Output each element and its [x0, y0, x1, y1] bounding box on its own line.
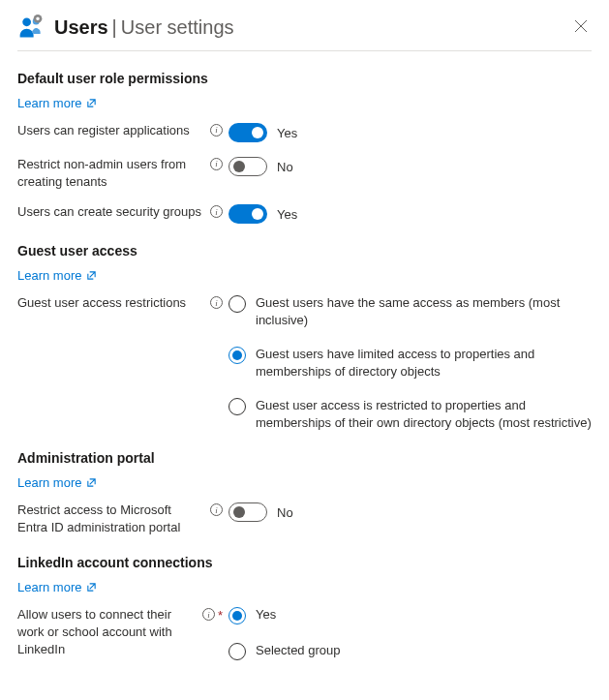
- label-register-apps: Users can register applications: [17, 122, 204, 139]
- panel-subtitle: User settings: [121, 16, 234, 39]
- label-guest-access: Guest user access restrictions: [17, 294, 204, 312]
- label-restrict-tenants: Restrict non-admin users from creating t…: [17, 156, 204, 190]
- title-separator: |: [112, 16, 117, 39]
- toggle-value: Yes: [277, 207, 297, 222]
- row-register-apps: Users can register applications i Yes: [17, 122, 592, 142]
- radio-option-guest-limited[interactable]: Guest users have limited access to prope…: [228, 346, 592, 380]
- radio-option-guest-restricted[interactable]: Guest user access is restricted to prope…: [228, 397, 592, 431]
- radio-input[interactable]: [228, 398, 246, 415]
- toggle-security-groups[interactable]: [228, 204, 267, 224]
- svg-point-0: [22, 17, 31, 26]
- label-restrict-admin-portal: Restrict access to Microsoft Entra ID ad…: [17, 502, 204, 535]
- toggle-restrict-admin-portal[interactable]: [228, 502, 267, 522]
- svg-rect-5: [37, 20, 38, 21]
- radio-label: Guest users have the same access as memb…: [256, 294, 592, 328]
- toggle-restrict-tenants[interactable]: [228, 157, 267, 176]
- toggle-value: Yes: [277, 126, 297, 140]
- info-icon[interactable]: i: [210, 205, 223, 218]
- required-indicator: *: [218, 607, 223, 624]
- toggle-register-apps[interactable]: [228, 123, 267, 142]
- learn-more-label: Learn more: [17, 268, 81, 283]
- learn-more-link-guest-access[interactable]: Learn more: [17, 268, 97, 283]
- users-icon: [17, 14, 45, 41]
- svg-point-3: [36, 17, 40, 21]
- info-icon[interactable]: i: [210, 124, 223, 137]
- radio-input[interactable]: [228, 347, 246, 364]
- row-linkedin-connections: Allow users to connect their work or sch…: [17, 606, 592, 660]
- info-icon[interactable]: i: [202, 608, 215, 621]
- user-settings-panel: Users | User settings Default user role …: [0, 0, 609, 691]
- external-link-icon: [86, 477, 97, 488]
- label-security-groups: Users can create security groups: [17, 203, 204, 221]
- section-heading-default-user: Default user role permissions: [17, 71, 592, 86]
- external-link-icon: [86, 98, 97, 108]
- external-link-icon: [86, 270, 97, 281]
- toggle-value: No: [277, 505, 293, 520]
- row-security-groups: Users can create security groups i Yes: [17, 203, 592, 224]
- row-restrict-admin-portal: Restrict access to Microsoft Entra ID ad…: [17, 502, 592, 535]
- radio-option-linkedin-yes[interactable]: Yes: [228, 606, 592, 624]
- learn-more-label: Learn more: [17, 96, 81, 110]
- learn-more-label: Learn more: [17, 475, 81, 490]
- panel-header: Users | User settings: [17, 14, 592, 51]
- info-icon[interactable]: i: [210, 158, 223, 170]
- radio-label: Guest users have limited access to prope…: [256, 346, 592, 380]
- learn-more-link-admin-portal[interactable]: Learn more: [17, 475, 97, 490]
- radio-input[interactable]: [228, 607, 246, 624]
- info-icon[interactable]: i: [210, 503, 223, 516]
- panel-title: Users: [54, 16, 108, 39]
- section-heading-linkedin: LinkedIn account connections: [17, 555, 592, 570]
- row-guest-access-restrictions: Guest user access restrictions i Guest u…: [17, 294, 592, 431]
- info-icon[interactable]: i: [210, 296, 223, 309]
- section-heading-admin-portal: Administration portal: [17, 450, 592, 466]
- external-link-icon: [86, 582, 97, 593]
- radio-option-linkedin-selected-group[interactable]: Selected group: [228, 642, 592, 660]
- svg-rect-6: [35, 18, 36, 19]
- radio-option-guest-same-access[interactable]: Guest users have the same access as memb…: [228, 294, 592, 328]
- learn-more-link-linkedin[interactable]: Learn more: [17, 580, 97, 594]
- close-icon[interactable]: [570, 15, 592, 40]
- radio-input[interactable]: [228, 295, 246, 313]
- radio-input[interactable]: [228, 643, 246, 660]
- toggle-value: No: [277, 160, 293, 174]
- svg-rect-7: [40, 18, 41, 19]
- learn-more-link-default-user[interactable]: Learn more: [17, 96, 97, 110]
- learn-more-label: Learn more: [17, 580, 81, 594]
- section-heading-guest-access: Guest user access: [17, 243, 592, 259]
- svg-rect-4: [37, 15, 38, 16]
- row-restrict-tenants: Restrict non-admin users from creating t…: [17, 156, 592, 190]
- radio-label: Yes: [256, 606, 592, 624]
- radio-label: Selected group: [256, 642, 592, 659]
- radio-label: Guest user access is restricted to prope…: [256, 397, 592, 431]
- label-linkedin: Allow users to connect their work or sch…: [17, 606, 197, 657]
